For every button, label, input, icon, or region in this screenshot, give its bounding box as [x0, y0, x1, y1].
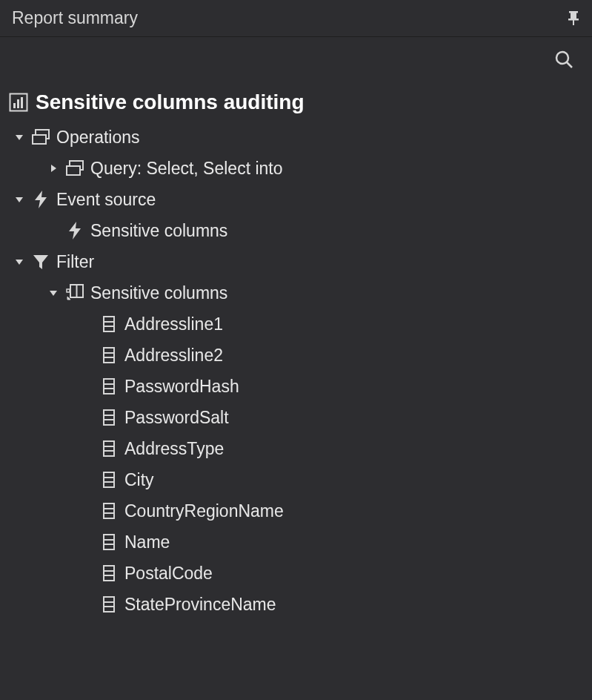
svg-rect-35: [104, 503, 114, 518]
tree-leaf-column[interactable]: PostalCode: [9, 558, 583, 589]
column-icon: [99, 439, 119, 458]
column-icon: [99, 408, 119, 427]
column-icon: [99, 314, 119, 334]
svg-rect-7: [13, 103, 16, 108]
column-icon: [99, 346, 119, 365]
tree-leaf-column[interactable]: Name: [9, 526, 583, 558]
expand-icon[interactable]: [47, 287, 59, 299]
svg-rect-1: [571, 13, 576, 19]
svg-rect-8: [17, 99, 19, 108]
tree-leaf-column[interactable]: PasswordSalt: [9, 402, 583, 433]
tree-leaf-column[interactable]: CountryRegionName: [9, 495, 583, 526]
svg-rect-41: [104, 566, 114, 581]
tree-node-label: Sensitive columns: [90, 283, 227, 303]
column-label: CountryRegionName: [124, 501, 284, 521]
svg-rect-26: [104, 410, 114, 425]
pin-icon[interactable]: [567, 10, 580, 27]
filter-icon: [31, 252, 50, 271]
search-bar: [0, 37, 592, 82]
tree-node-label: Sensitive columns: [90, 221, 227, 241]
tree-node-sensitive-columns-event[interactable]: Sensitive columns: [9, 215, 583, 246]
svg-rect-44: [104, 597, 114, 612]
expand-icon[interactable]: [13, 256, 25, 268]
event-icon: [65, 221, 84, 240]
column-label: AddressType: [124, 439, 224, 459]
column-icon: [99, 470, 119, 489]
report-icon: [9, 93, 28, 112]
svg-rect-29: [104, 441, 114, 456]
tree-leaf-column[interactable]: StateProvinceName: [9, 589, 583, 620]
column-label: PasswordHash: [124, 377, 239, 397]
column-label: PasswordSalt: [124, 408, 229, 428]
panel-titlebar: Report summary: [0, 0, 592, 37]
report-title: Sensitive columns auditing: [36, 90, 305, 114]
svg-rect-9: [21, 97, 23, 108]
tree-node-filter[interactable]: Filter: [9, 246, 583, 277]
svg-rect-13: [67, 166, 80, 175]
svg-rect-23: [104, 379, 114, 394]
tree-leaf-column[interactable]: AddressType: [9, 433, 583, 464]
query-icon: [65, 159, 84, 178]
column-icon: [99, 377, 119, 396]
tree-content: Sensitive columns auditing Operations: [0, 82, 592, 626]
column-label: StateProvinceName: [124, 595, 276, 615]
column-icon: [99, 532, 119, 552]
column-label: City: [124, 470, 154, 490]
tree-node-event-source[interactable]: Event source: [9, 184, 583, 215]
svg-rect-20: [104, 348, 114, 363]
column-label: PostalCode: [124, 564, 213, 584]
column-label: Addressline1: [124, 314, 223, 334]
tree-node-label: Query: Select, Select into: [90, 159, 283, 179]
report-root[interactable]: Sensitive columns auditing: [9, 88, 583, 117]
collapse-icon[interactable]: [47, 162, 59, 174]
column-icon: [99, 595, 119, 614]
svg-rect-17: [104, 317, 114, 331]
column-label: Addressline2: [124, 346, 223, 366]
search-icon[interactable]: [553, 49, 574, 70]
svg-rect-16: [67, 289, 70, 292]
tree-leaf-column[interactable]: Addressline2: [9, 340, 583, 371]
columns-group-icon: [65, 283, 84, 303]
tree-node-label: Event source: [56, 190, 156, 210]
tree-node-label: Operations: [56, 128, 140, 148]
report-summary-panel: Report summary: [0, 0, 592, 700]
svg-line-5: [567, 62, 572, 67]
svg-rect-3: [573, 20, 574, 25]
expand-icon[interactable]: [13, 131, 25, 143]
tree-node-sensitive-columns-filter[interactable]: Sensitive columns: [9, 277, 583, 308]
operations-icon: [31, 128, 50, 147]
column-icon: [99, 564, 119, 583]
tree-leaf-column[interactable]: Addressline1: [9, 308, 583, 340]
svg-rect-11: [33, 135, 46, 144]
svg-point-4: [556, 52, 568, 64]
tree-leaf-column[interactable]: PasswordHash: [9, 371, 583, 402]
tree-node-query[interactable]: Query: Select, Select into: [9, 153, 583, 184]
tree-node-operations[interactable]: Operations: [9, 122, 583, 153]
tree-leaf-column[interactable]: City: [9, 464, 583, 495]
panel-title: Report summary: [12, 8, 138, 28]
tree-node-label: Filter: [56, 252, 94, 272]
expand-icon[interactable]: [13, 194, 25, 205]
event-icon: [31, 190, 50, 209]
svg-rect-38: [104, 535, 114, 549]
svg-rect-32: [104, 472, 114, 487]
column-icon: [99, 501, 119, 521]
column-label: Name: [124, 532, 170, 552]
